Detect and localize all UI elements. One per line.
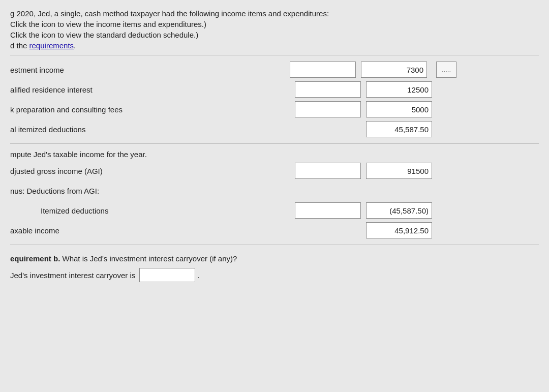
taxable-income-row: axable income 45,912.50 [10, 221, 539, 239]
requirement-b-text: What is Jed's investment interest carryo… [60, 254, 237, 263]
consulting-fees-value[interactable]: 5000 [366, 101, 432, 117]
residence-interest-value[interactable]: 12500 [366, 81, 432, 98]
carryover-suffix: . [197, 271, 199, 280]
itemized-deductions-row: Itemized deductions (45,587.50) [10, 201, 539, 220]
requirement-b-bold: equirement b. [10, 254, 60, 263]
divider-3 [10, 245, 539, 245]
requirement-b-section: equirement b. What is Jed's investment i… [10, 254, 539, 263]
total-itemized-value[interactable]: 45,587.50 [366, 121, 432, 137]
investment-income-row: estment income 7300 ..... [10, 61, 539, 79]
agi-row: djusted gross income (AGI) 91500 [10, 162, 539, 180]
taxable-income-label: axable income [10, 226, 285, 235]
consulting-fees-label: k preparation and consulting fees [10, 105, 285, 114]
carryover-row: Jed's investment interest carryover is . [10, 268, 539, 282]
residence-interest-row: alified residence interest 12500 [10, 80, 539, 99]
deductions-table: estment income 7300 ..... alified reside… [10, 61, 539, 138]
total-itemized-label: al itemized deductions [10, 125, 285, 134]
agi-label: djusted gross income (AGI) [10, 167, 285, 175]
total-itemized-row: al itemized deductions 45,587.50 [10, 120, 539, 138]
divider-2 [10, 143, 539, 144]
consulting-fees-row: k preparation and consulting fees 5000 [10, 100, 539, 118]
investment-income-label: estment income [10, 66, 285, 74]
itemized-deductions-label: Itemized deductions [10, 206, 285, 215]
ellipsis-button-1[interactable]: ..... [436, 62, 456, 78]
deductions-from-agi-label: nus: Deductions from AGI: [10, 187, 285, 195]
deductions-from-agi-label-row: nus: Deductions from AGI: [10, 182, 539, 200]
agi-input[interactable] [295, 163, 361, 179]
residence-interest-label: alified residence interest [10, 85, 285, 94]
carryover-input[interactable] [139, 268, 195, 282]
compute-title: mpute Jed's taxable income for the year. [10, 150, 539, 159]
itemized-deductions-value[interactable]: (45,587.50) [366, 202, 432, 219]
itemized-deductions-input[interactable] [295, 202, 361, 219]
header-line2: Click the icon to view the income items … [10, 20, 539, 28]
page-container: g 2020, Jed, a single, cash method taxpa… [0, 0, 549, 392]
header-line4: d the requirements. [10, 41, 539, 50]
divider-1 [10, 55, 539, 55]
header-line3: Click the icon to view the standard dedu… [10, 31, 539, 39]
residence-interest-input[interactable] [295, 81, 361, 98]
taxable-income-value[interactable]: 45,912.50 [366, 222, 432, 238]
header-line1: g 2020, Jed, a single, cash method taxpa… [10, 9, 539, 18]
carryover-label: Jed's investment interest carryover is [10, 271, 135, 280]
investment-income-input1[interactable] [290, 62, 356, 78]
requirements-link[interactable]: requirements [29, 41, 74, 50]
investment-income-value[interactable]: 7300 [361, 62, 427, 78]
consulting-fees-input[interactable] [295, 101, 361, 117]
agi-value[interactable]: 91500 [366, 163, 432, 179]
